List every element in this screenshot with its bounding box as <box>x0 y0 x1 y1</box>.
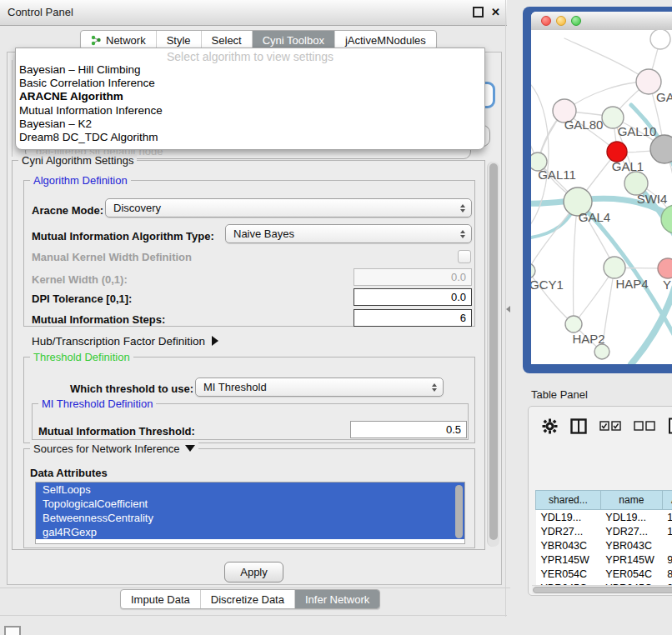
tab-style-label: Style <box>167 34 191 47</box>
node-label-gal: GAL <box>656 90 672 104</box>
table-cell[interactable]: 8. <box>662 567 672 581</box>
network-icon <box>91 35 102 46</box>
node-gray[interactable] <box>650 135 672 163</box>
which-threshold-select[interactable]: MI Threshold <box>195 378 444 397</box>
node-left-cut[interactable] <box>531 263 535 278</box>
table-row[interactable]: YER054CYER054C8. <box>536 567 672 581</box>
groupbox-border-fragment <box>12 60 13 157</box>
tab-impute-data[interactable]: Impute Data <box>121 590 200 608</box>
apply-button[interactable]: Apply <box>224 562 283 582</box>
close-traffic-light-icon[interactable] <box>541 16 551 26</box>
table-toolbar <box>529 407 672 445</box>
docked-panel-icon[interactable] <box>4 626 21 635</box>
float-icon[interactable] <box>473 7 484 18</box>
table-cell[interactable]: YPR145W <box>600 552 662 567</box>
panel-title: Control Panel <box>8 6 73 18</box>
HAP2-node[interactable] <box>565 316 582 332</box>
gear-icon[interactable] <box>542 418 558 434</box>
aracne-mode-value: Discovery <box>113 202 161 214</box>
network-edge <box>564 82 649 111</box>
table-cell[interactable]: YER054C <box>536 567 601 581</box>
attribute-item-selfloops[interactable]: SelfLoops <box>36 482 464 497</box>
node[interactable] <box>650 30 670 49</box>
column-header-shared[interactable]: shared... <box>536 491 601 510</box>
control-panel-bottom-tabs: Impute DataDiscretize DataInfer Network <box>120 589 380 609</box>
tab-network[interactable]: Network <box>81 31 156 49</box>
zoom-traffic-light-icon[interactable] <box>571 16 581 26</box>
table-cell[interactable]: 9. <box>662 552 672 567</box>
combo-arrows-icon <box>460 225 465 242</box>
network-window-titlebar[interactable] <box>531 12 672 31</box>
tab-select[interactable]: Select <box>201 31 252 49</box>
sources-group-title[interactable]: Sources for Network Inference <box>30 442 198 455</box>
network-canvas[interactable]: GALGAL80GAL10GAL1SWI4GAL11GAL4GCY1HAP4YH… <box>531 30 672 364</box>
mi-algorithm-type-select[interactable]: Naive Bayes <box>225 224 472 243</box>
data-attributes-label: Data Attributes <box>30 467 108 479</box>
tab-discretize-data[interactable]: Discretize Data <box>200 590 294 608</box>
table-cell[interactable] <box>662 538 672 552</box>
tab-cyni-toolbox[interactable]: Cyni Toolbox <box>252 31 334 49</box>
tab-infer-network[interactable]: Infer Network <box>294 590 379 608</box>
column-header-name[interactable]: name <box>600 491 662 510</box>
manual-kernel-width-checkbox[interactable] <box>458 250 471 263</box>
table-cell[interactable]: YBR043C <box>600 538 662 552</box>
table-row[interactable]: YDL19...YDL19...13 <box>536 510 672 525</box>
unchecked-boxes-icon[interactable] <box>634 421 655 431</box>
kernel-width-field[interactable]: 0.0 <box>354 268 472 286</box>
aracne-mode-select[interactable]: Discovery <box>105 198 472 218</box>
dpi-tolerance-field[interactable]: 0.0 <box>354 288 472 306</box>
checked-boxes-icon[interactable] <box>599 421 621 431</box>
collapsed-arrow-icon <box>212 336 218 346</box>
mi-threshold-field[interactable]: 0.5 <box>350 421 467 438</box>
close-icon[interactable]: ✕ <box>491 7 500 18</box>
HAP4-node[interactable] <box>604 257 625 278</box>
columns-icon[interactable] <box>570 418 587 434</box>
hub-definition-toggle[interactable]: Hub/Transcription Factor Definition <box>32 335 218 348</box>
page-icon[interactable] <box>668 418 672 434</box>
table-scroll-area[interactable]: shared...nameA YDL19...YDL19...13YDR27..… <box>532 448 672 586</box>
attribute-item-gal4rgexp[interactable]: gal4RGexp <box>36 525 464 539</box>
table-cell[interactable]: YDR27... <box>536 524 601 538</box>
table-cell[interactable]: 12 <box>662 524 672 538</box>
table-row[interactable]: YPR145WYPR145W9. <box>536 552 672 567</box>
attribute-item-topologicalcoefficient[interactable]: TopologicalCoefficient <box>36 497 464 511</box>
mi-steps-field[interactable]: 6 <box>354 309 472 327</box>
tab-style[interactable]: Style <box>156 31 201 49</box>
tab-network-label: Network <box>106 34 146 47</box>
table-horizontal-scrollbar[interactable] <box>532 585 672 594</box>
table-scrollbar-thumb[interactable] <box>533 587 672 593</box>
algorithm-option-basic-correlation-inference[interactable]: Basic Correlation Inference <box>16 77 484 90</box>
table-cell[interactable]: YPR145W <box>536 552 601 567</box>
algorithm-option-mutual-information-inference[interactable]: Mutual Information Inference <box>16 104 484 118</box>
algorithm-option-aracne-algorithm[interactable]: ARACNE Algorithm <box>16 90 484 103</box>
table-panel-title: Table Panel <box>531 388 588 401</box>
tab-infer-network-label: Infer Network <box>305 593 369 606</box>
table-cell[interactable]: YDR27... <box>600 524 662 538</box>
node-pink-right[interactable] <box>658 258 672 278</box>
tab-jactivemnodules[interactable]: jActiveMNodules <box>334 31 436 49</box>
which-threshold-label: Which threshold to use: <box>70 382 193 395</box>
attributes-list-scrollbar[interactable] <box>455 485 463 538</box>
table-cell[interactable]: YER054C <box>600 567 662 581</box>
attribute-item-betweennesscentrality[interactable]: BetweennessCentrality <box>36 511 464 525</box>
settings-scrollbar-thumb[interactable] <box>489 163 498 540</box>
table-row[interactable]: YDR27...YDR27...12 <box>536 524 672 538</box>
algorithm-option-bayesian-k2[interactable]: Bayesian – K2 <box>16 118 484 131</box>
table-cell[interactable]: YDL19... <box>600 510 662 525</box>
settings-group-title: Cyni Algorithm Settings <box>18 154 137 167</box>
minimize-traffic-light-icon[interactable] <box>556 16 566 26</box>
node-label-hap2: HAP2 <box>572 332 604 346</box>
expanded-arrow-icon <box>185 445 195 452</box>
data-attributes-list[interactable]: SelfLoopsTopologicalCoefficientBetweenne… <box>35 482 465 544</box>
algorithm-option-bayesian-hill-climbing[interactable]: Bayesian – Hill Climbing <box>16 63 484 77</box>
node-bottom[interactable] <box>594 344 609 359</box>
settings-scrollbar[interactable] <box>487 162 499 547</box>
table-cell[interactable]: YDL19... <box>536 510 601 525</box>
column-header-a[interactable]: A <box>662 491 672 510</box>
table-row[interactable]: YBR043CYBR043C <box>536 538 672 552</box>
table-cell[interactable]: 13 <box>662 510 672 525</box>
split-pane-collapse-arrow[interactable] <box>506 306 510 312</box>
tab-cyni-toolbox-label: Cyni Toolbox <box>263 34 324 47</box>
algorithm-option-dream8-dc-tdc-algorithm[interactable]: Dream8 DC_TDC Algorithm <box>16 131 484 144</box>
table-cell[interactable]: YBR043C <box>536 538 601 552</box>
